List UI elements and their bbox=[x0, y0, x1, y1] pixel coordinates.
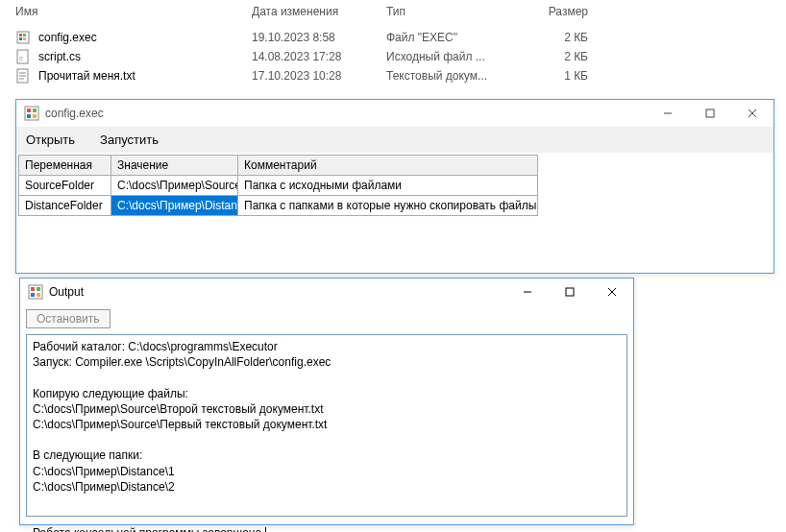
file-date: 17.10.2023 10:28 bbox=[252, 69, 386, 83]
stop-button[interactable]: Остановить bbox=[26, 309, 111, 328]
file-row[interactable]: config.exec 19.10.2023 8:58 Файл "EXEC" … bbox=[12, 28, 646, 47]
svg-rect-4 bbox=[23, 37, 26, 40]
menu-open[interactable]: Открыть bbox=[26, 133, 75, 147]
window-title: Output bbox=[49, 285, 506, 299]
grid-cell-value[interactable]: C:\docs\Пример\Distance bbox=[111, 196, 237, 216]
svg-rect-13 bbox=[33, 109, 37, 112]
grid-cell-comment: Папка с исходными файлами bbox=[237, 176, 538, 196]
titlebar[interactable]: Output bbox=[20, 278, 633, 305]
grid-cell-comment: Папка с папками в которые нужно скопиров… bbox=[237, 196, 538, 216]
svg-text:c: c bbox=[19, 54, 23, 62]
file-name: script.cs bbox=[38, 50, 81, 63]
grid-cell-variable: SourceFolder bbox=[18, 176, 111, 196]
cs-file-icon: c bbox=[15, 49, 31, 64]
window-title: config.exec bbox=[45, 107, 647, 120]
svg-rect-23 bbox=[31, 293, 35, 297]
app-icon bbox=[24, 106, 39, 121]
svg-rect-17 bbox=[706, 109, 714, 117]
grid-cell-variable: DistanceFolder bbox=[18, 196, 111, 216]
file-type: Файл "EXEC" bbox=[386, 31, 521, 44]
output-toolbar: Остановить bbox=[20, 305, 633, 332]
svg-rect-15 bbox=[33, 114, 37, 118]
file-type: Исходный файл ... bbox=[386, 50, 521, 63]
file-row[interactable]: c script.cs 14.08.2023 17:28 Исходный фа… bbox=[12, 47, 646, 66]
svg-rect-3 bbox=[19, 37, 22, 40]
grid-row[interactable]: SourceFolder C:\docs\Пример\Source Папка… bbox=[18, 176, 772, 196]
svg-rect-14 bbox=[27, 114, 31, 118]
file-size: 2 КБ bbox=[521, 50, 598, 63]
svg-rect-26 bbox=[566, 288, 574, 296]
grid-col-comment[interactable]: Комментарий bbox=[237, 155, 538, 176]
minimize-button[interactable] bbox=[647, 100, 689, 127]
svg-rect-22 bbox=[37, 287, 40, 291]
maximize-button[interactable] bbox=[549, 278, 591, 305]
text-cursor bbox=[265, 527, 266, 532]
col-header-date[interactable]: Дата изменения bbox=[252, 5, 386, 18]
svg-rect-2 bbox=[23, 34, 26, 36]
menubar: Открыть Запустить bbox=[16, 127, 774, 153]
maximize-button[interactable] bbox=[689, 100, 731, 127]
output-window: Output Остановить Рабочий каталог: C:\do… bbox=[19, 278, 634, 525]
col-header-type[interactable]: Тип bbox=[386, 5, 521, 18]
file-type: Текстовый докум... bbox=[386, 69, 521, 83]
close-button[interactable] bbox=[591, 278, 633, 305]
file-name: Прочитай меня.txt bbox=[38, 69, 135, 83]
file-date: 14.08.2023 17:28 bbox=[252, 50, 386, 63]
minimize-button[interactable] bbox=[506, 278, 549, 305]
app-icon bbox=[28, 284, 43, 300]
svg-rect-12 bbox=[27, 109, 31, 112]
col-header-name[interactable]: Имя bbox=[12, 5, 252, 18]
svg-rect-21 bbox=[31, 287, 35, 291]
file-size: 1 КБ bbox=[521, 69, 598, 83]
file-list: Имя Дата изменения Тип Размер config.exe… bbox=[12, 2, 646, 85]
grid-col-variable[interactable]: Переменная bbox=[18, 155, 111, 176]
grid-col-value[interactable]: Значение bbox=[111, 155, 237, 176]
col-header-size[interactable]: Размер bbox=[521, 5, 598, 18]
svg-rect-1 bbox=[19, 34, 22, 36]
titlebar[interactable]: config.exec bbox=[16, 100, 774, 127]
menu-run[interactable]: Запустить bbox=[100, 133, 159, 147]
config-window: config.exec Открыть Запустить Переменная… bbox=[15, 99, 774, 274]
file-name: config.exec bbox=[38, 31, 97, 44]
grid-header: Переменная Значение Комментарий bbox=[18, 155, 772, 176]
output-textbox[interactable]: Рабочий каталог: C:\docs\programms\Execu… bbox=[26, 334, 627, 517]
svg-rect-24 bbox=[37, 293, 40, 297]
grid-row[interactable]: DistanceFolder C:\docs\Пример\Distance П… bbox=[18, 196, 772, 216]
file-list-header: Имя Дата изменения Тип Размер bbox=[12, 2, 646, 28]
file-size: 2 КБ bbox=[521, 31, 598, 44]
exec-file-icon bbox=[15, 30, 31, 45]
close-button[interactable] bbox=[731, 100, 774, 127]
config-grid: Переменная Значение Комментарий SourceFo… bbox=[18, 155, 772, 216]
file-date: 19.10.2023 8:58 bbox=[252, 31, 386, 44]
txt-file-icon bbox=[15, 68, 31, 84]
grid-cell-value[interactable]: C:\docs\Пример\Source bbox=[111, 176, 237, 196]
file-row[interactable]: Прочитай меня.txt 17.10.2023 10:28 Текст… bbox=[12, 66, 646, 85]
